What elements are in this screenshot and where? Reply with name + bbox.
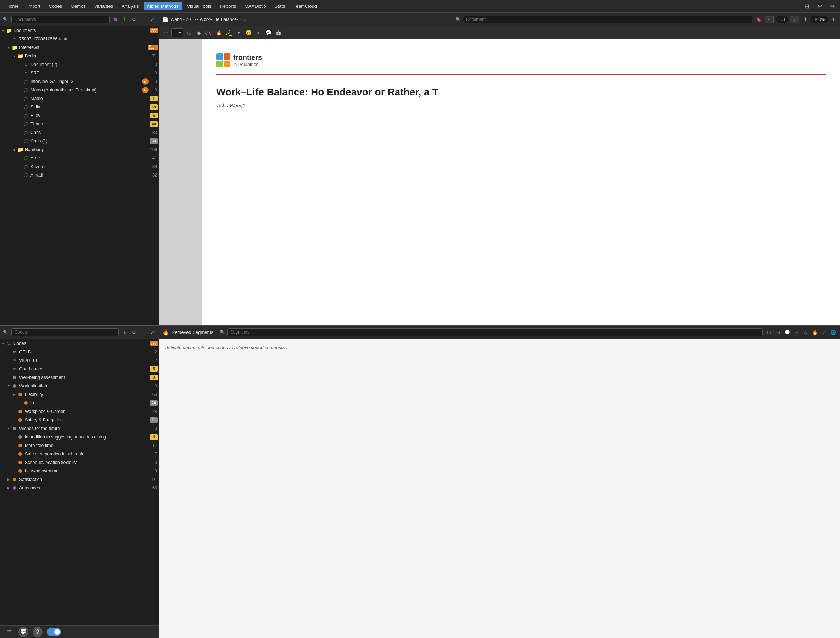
docs-add-icon[interactable]: + — [121, 16, 129, 24]
tree-node-flexibility[interactable]: ▶ Flexibility 60 — [0, 390, 159, 399]
menu-variables[interactable]: Variables — [91, 2, 117, 10]
anno-comment-icon[interactable]: 💬 — [264, 28, 273, 37]
tree-node-kazumi[interactable]: 🎵 Kazumi 39 — [0, 162, 159, 171]
documents-search-input[interactable] — [11, 16, 109, 24]
tree-node-interviews[interactable]: ▾ 📁 Interviews M 367 — [0, 43, 159, 52]
anno-fire-icon[interactable]: 🔥 — [215, 28, 223, 37]
bookmark-icon[interactable]: 🔖 — [755, 16, 763, 24]
menu-home[interactable]: Home — [3, 2, 22, 10]
tree-node-75807[interactable]: ≡ 75807-1708610586-teste — [0, 35, 159, 43]
tree-node-mateo[interactable]: 🎵 Mateo 1 — [0, 94, 159, 103]
tree-node-good-quotes[interactable]: ✏ Good quotes 5 — [0, 365, 159, 373]
anno-caret-icon[interactable]: ▾ — [234, 28, 243, 37]
tree-node-selim[interactable]: 🎵 Selim 59 — [0, 103, 159, 111]
docs-settings-icon[interactable]: ⚙ — [130, 16, 138, 24]
play-btn-gaillinger[interactable]: ▶ — [142, 78, 148, 85]
menu-import[interactable]: Import — [24, 2, 44, 10]
codes-settings-icon[interactable]: ⚙ — [130, 328, 138, 336]
seg-icon-8[interactable]: 🌐 — [829, 328, 837, 336]
tree-node-more-free-time[interactable]: More free time 17 — [0, 441, 159, 450]
tree-node-in[interactable]: in 26 — [0, 399, 159, 407]
menu-analysis[interactable]: Analysis — [118, 2, 142, 10]
zoom-down-icon[interactable]: ▾ — [829, 16, 837, 24]
menu-visual-tools[interactable]: Visual Tools — [183, 2, 215, 10]
menu-mixed-methods[interactable]: Mixed Methods — [144, 2, 182, 10]
tree-node-gelb[interactable]: ✏ GELB 2 — [0, 348, 159, 356]
tree-node-violett[interactable]: ✏ VIOLETT 2 — [0, 356, 159, 365]
tree-node-stricter[interactable]: Stricter separation in schedule 7 — [0, 450, 159, 458]
expand-berlin[interactable]: ▾ — [11, 54, 17, 58]
codes-expand-icon[interactable]: ⤢ — [148, 328, 156, 336]
tree-node-in-addition[interactable]: in addition to suggesting subcodes also … — [0, 433, 159, 441]
menu-codes[interactable]: Codes — [45, 2, 66, 10]
tree-node-gaillinger[interactable]: 🎵 Interview-Gaillinger_3_ ▶ 0 — [0, 77, 159, 86]
tree-node-berlin[interactable]: ▾ 📁 Berlin 171 — [0, 52, 159, 60]
tree-node-wellbeing[interactable]: Well-being assessment 9 — [0, 373, 159, 382]
expand-interviews[interactable]: ▾ — [6, 46, 11, 50]
tree-node-mateo-auto[interactable]: 🎵 Mateo (Automatisches Transkript) ▶ 0 — [0, 86, 159, 94]
doc-search-input[interactable] — [463, 16, 752, 24]
anno-highlight-icon[interactable]: 🖊 — [224, 28, 233, 37]
seg-icon-2[interactable]: ⊞ — [774, 328, 782, 336]
tree-node-satisfaction[interactable]: ▶ Satisfaction 91 — [0, 475, 159, 484]
anno-dots[interactable]: ··· — [162, 29, 170, 36]
tree-node-srt[interactable]: ≡ SRT 0 — [0, 69, 159, 77]
anno-smiley-icon[interactable]: 😊 — [244, 28, 253, 37]
tree-node-work-situation[interactable]: ▾ Work situation 0 — [0, 382, 159, 390]
prev-page-btn[interactable]: ‹ — [764, 16, 774, 24]
menu-stats[interactable]: Stats — [271, 2, 289, 10]
tree-node-chris1[interactable]: 🎵 Chris (1) 33 — [0, 137, 159, 145]
menu-reports[interactable]: Reports — [216, 2, 240, 10]
redo-icon[interactable]: ↪ — [827, 2, 837, 11]
tree-node-codes-root[interactable]: ▾ 🗂 Codes 777 — [0, 339, 159, 348]
docs-expand-icon[interactable]: ⤢ — [148, 16, 156, 24]
anno-code-select[interactable] — [171, 28, 183, 37]
menu-maxdictio[interactable]: MAXDictio — [241, 2, 270, 10]
tree-node-documents[interactable]: ▾ 📁 Documents 777 — [0, 26, 159, 35]
expand-codes[interactable]: ▾ — [0, 341, 6, 345]
expand-hamburg[interactable]: ▾ — [11, 148, 17, 152]
tree-node-thanh[interactable]: 🎵 Thanh 40 — [0, 120, 159, 128]
tree-node-amadi[interactable]: 🎵 Amadi 32 — [0, 171, 159, 179]
tree-node-autocodes[interactable]: ▶ Autocodes 66 — [0, 484, 159, 492]
tree-node-salary[interactable]: Salary & Budgeting 11 — [0, 416, 159, 424]
tree-node-arne[interactable]: 🎵 Arne 41 — [0, 154, 159, 162]
expand-satisfaction[interactable]: ▶ — [6, 477, 11, 481]
anno-diamond-icon[interactable]: ◇ — [185, 28, 193, 37]
seg-icon-1[interactable]: ⬡ — [765, 328, 773, 336]
seg-icon-4[interactable]: ⊡ — [793, 328, 800, 336]
segments-search-input[interactable] — [227, 328, 763, 336]
seg-icon-6[interactable]: 🔥 — [811, 328, 819, 336]
tree-node-riley[interactable]: 🎵 Riley 5 — [0, 111, 159, 120]
seg-icon-7[interactable]: ↗ — [820, 328, 828, 336]
toggle-switch[interactable] — [47, 628, 61, 636]
tree-node-chris[interactable]: 🎵 Chris 33 — [0, 128, 159, 137]
seg-icon-3[interactable]: 💬 — [783, 328, 791, 336]
tree-node-document2[interactable]: ≡ Document (2) 0 — [0, 60, 159, 69]
help-icon[interactable]: ? — [33, 627, 43, 637]
tree-node-hamburg[interactable]: ▾ 📁 Hamburg 196 — [0, 145, 159, 154]
tree-node-less-overtime[interactable]: Less/no overtime 9 — [0, 467, 159, 475]
anno-robot-icon[interactable]: 🤖 — [274, 28, 283, 37]
expand-flexibility[interactable]: ▶ — [11, 392, 17, 396]
undo-icon[interactable]: ↩ — [815, 2, 824, 11]
codes-green-icon[interactable]: ● — [121, 328, 129, 336]
chat-icon[interactable]: 💬 — [19, 627, 28, 637]
next-page-btn[interactable]: › — [790, 16, 799, 24]
play-btn-mateo-auto[interactable]: ▶ — [142, 87, 148, 93]
docs-minus-icon[interactable]: − — [139, 16, 147, 24]
expand-documents[interactable]: ▾ — [0, 29, 6, 33]
expand-autocodes[interactable]: ▶ — [6, 486, 11, 490]
expand-wishes[interactable]: ▾ — [6, 426, 11, 430]
tree-node-schedule-flex[interactable]: Schedule/location flexibiliy 3 — [0, 458, 159, 467]
hamburger-icon[interactable]: ☰ — [4, 627, 14, 637]
menu-memos[interactable]: Memos — [67, 2, 89, 10]
expand-work-situation[interactable]: ▾ — [6, 384, 11, 388]
codes-search-input[interactable] — [11, 328, 119, 336]
codes-minus-icon[interactable]: − — [139, 328, 147, 336]
menu-teamcloud[interactable]: TeamCloud — [290, 2, 321, 10]
anno-blue-circle-icon[interactable]: ● — [254, 28, 263, 37]
export-icon[interactable]: ⬆ — [801, 16, 809, 24]
tree-node-wishes[interactable]: ▾ Wishes for the future 0 — [0, 424, 159, 433]
anno-plus-diamond-icon[interactable]: ◈ — [194, 28, 203, 37]
